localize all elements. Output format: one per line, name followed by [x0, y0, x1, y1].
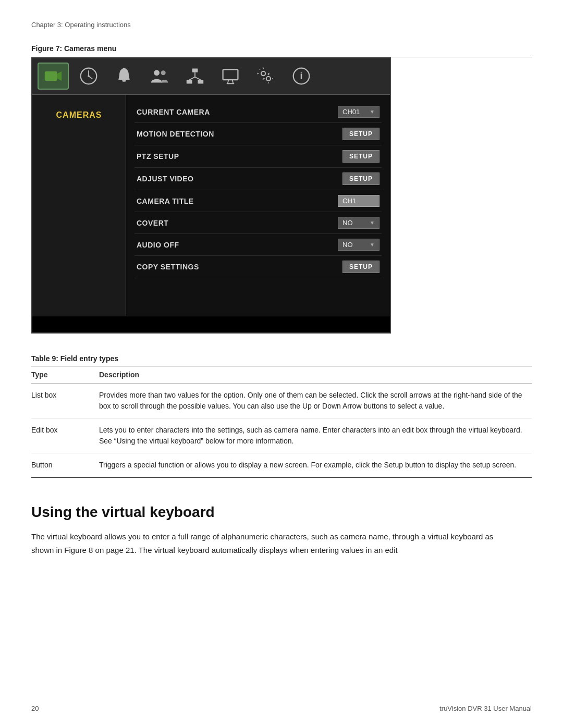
dvr-icon-user[interactable] [144, 63, 175, 90]
dvr-icon-settings[interactable] [250, 63, 282, 90]
dvr-menu: CURRENT CAMERA CH01 ▼ MOTION DETECTION S… [126, 95, 390, 316]
menu-label-covert: COVERT [137, 219, 168, 227]
menu-label-audio-off: AUDIO OFF [137, 241, 179, 249]
menu-row-audio-off[interactable]: AUDIO OFF NO ▼ [134, 234, 382, 256]
page-number: 20 [31, 705, 39, 712]
table-col-description: Description [99, 366, 532, 384]
dvr-bottom-bar [32, 316, 390, 332]
menu-row-covert[interactable]: COVERT NO ▼ [134, 212, 382, 234]
dvr-icon-camera[interactable] [38, 63, 69, 90]
dvr-icon-clock[interactable] [73, 63, 104, 90]
svg-rect-10 [192, 69, 198, 72]
svg-text:i: i [300, 71, 302, 81]
menu-value-camera-title[interactable]: CH1 [338, 195, 380, 207]
dropdown-arrow-current-camera: ▼ [370, 109, 375, 115]
table-row: Edit box Lets you to enter characters in… [31, 418, 532, 453]
svg-point-20 [261, 71, 265, 76]
menu-btn-ptz-setup[interactable]: SETUP [342, 150, 380, 163]
menu-value-current-camera[interactable]: CH01 ▼ [338, 106, 380, 118]
menu-value-audio-off[interactable]: NO ▼ [338, 239, 380, 251]
dropdown-arrow-covert: ▼ [370, 220, 375, 226]
svg-line-15 [195, 77, 201, 80]
svg-point-21 [266, 77, 271, 81]
dvr-ui-screenshot: i CAMERAS CURRENT CAMERA CH01 ▼ [31, 57, 391, 334]
table-cell-type-2: Button [31, 453, 99, 477]
menu-btn-adjust-video[interactable]: SETUP [342, 172, 380, 185]
field-entry-table: Type Description List box Provides more … [31, 366, 532, 477]
menu-row-camera-title[interactable]: CAMERA TITLE CH1 [134, 190, 382, 212]
menu-spacer [134, 278, 382, 310]
dvr-sidebar: CAMERAS [32, 95, 126, 316]
menu-label-current-camera: CURRENT CAMERA [137, 108, 210, 116]
menu-label-copy-settings: COPY SETTINGS [137, 263, 199, 271]
menu-label-ptz-setup: PTZ SETUP [137, 152, 179, 161]
dvr-icon-bar: i [32, 58, 390, 95]
menu-row-adjust-video[interactable]: ADJUST VIDEO SETUP [134, 168, 382, 190]
table-cell-desc-2: Triggers a special function or allows yo… [99, 453, 532, 477]
menu-row-current-camera[interactable]: CURRENT CAMERA CH01 ▼ [134, 101, 382, 123]
dvr-sidebar-label: CAMERAS [56, 110, 102, 120]
menu-value-covert[interactable]: NO ▼ [338, 217, 380, 229]
menu-row-motion-detection[interactable]: MOTION DETECTION SETUP [134, 123, 382, 145]
dvr-content-area: CAMERAS CURRENT CAMERA CH01 ▼ MOTION DET… [32, 95, 390, 316]
svg-rect-6 [122, 80, 126, 82]
svg-rect-0 [45, 71, 57, 81]
table-col-type: Type [31, 366, 99, 384]
chapter-header: Chapter 3: Operating instructions [31, 21, 532, 29]
menu-label-adjust-video: ADJUST VIDEO [137, 175, 193, 183]
table-cell-type-0: List box [31, 384, 99, 418]
menu-btn-copy-settings[interactable]: SETUP [342, 261, 380, 273]
svg-line-14 [189, 77, 195, 80]
dvr-icon-display[interactable] [215, 63, 246, 90]
dvr-icon-alarm[interactable] [108, 63, 140, 90]
table-row: List box Provides more than two values f… [31, 384, 532, 418]
page-footer: 20 truVision DVR 31 User Manual [31, 705, 532, 712]
svg-rect-11 [187, 80, 192, 83]
table9-title: Table 9: Field entry types [31, 354, 532, 363]
dvr-icon-network[interactable] [179, 63, 211, 90]
svg-point-5 [88, 75, 90, 77]
svg-rect-16 [223, 69, 238, 80]
table-cell-type-1: Edit box [31, 418, 99, 453]
dropdown-arrow-audio-off: ▼ [370, 242, 375, 248]
menu-row-copy-settings[interactable]: COPY SETTINGS SETUP [134, 256, 382, 278]
svg-marker-1 [57, 71, 62, 81]
table-cell-desc-1: Lets you to enter characters into the se… [99, 418, 532, 453]
svg-point-8 [154, 70, 160, 76]
menu-row-ptz-setup[interactable]: PTZ SETUP SETUP [134, 145, 382, 168]
menu-label-camera-title: CAMERA TITLE [137, 197, 194, 205]
manual-title: truVision DVR 31 User Manual [439, 705, 532, 712]
svg-point-9 [161, 70, 166, 75]
table-cell-desc-0: Provides more than two values for the op… [99, 384, 532, 418]
menu-label-motion-detection: MOTION DETECTION [137, 130, 214, 138]
dvr-icon-info[interactable]: i [286, 63, 317, 90]
menu-btn-motion-detection[interactable]: SETUP [342, 128, 380, 140]
section-paragraph-virtual-keyboard: The virtual keyboard allows you to enter… [31, 530, 500, 557]
table9-bottom-divider [31, 477, 532, 478]
figure7-title: Figure 7: Cameras menu [31, 44, 532, 53]
svg-rect-12 [198, 80, 203, 83]
table-row: Button Triggers a special function or al… [31, 453, 532, 477]
section-heading-virtual-keyboard: Using the virtual keyboard [31, 504, 532, 521]
